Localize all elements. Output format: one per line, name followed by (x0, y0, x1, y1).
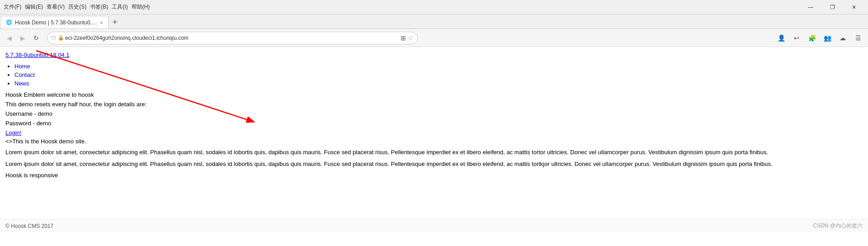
undo-button[interactable]: ↩ (790, 32, 803, 44)
nav-item-contact: Contact (14, 71, 863, 78)
welcome-text: Hoosk Emblem welcome to hoosk (5, 91, 863, 98)
version-link[interactable]: 5.7.38-0ubuntu0.18.04.1 (5, 52, 70, 58)
menu-bookmarks[interactable]: 书签(B) (90, 3, 108, 11)
tab-title: Hoosk Demo | 5.7.38-0ubuntu0.… (15, 19, 97, 26)
minimize-button[interactable]: — (800, 0, 821, 14)
restore-button[interactable]: ❐ (822, 0, 843, 14)
window-controls: — ❐ ✕ (800, 0, 864, 14)
demo-reset-text: This demo resets every half hour, the lo… (5, 101, 863, 108)
page-content: 5.7.38-0ubuntu0.18.04.1 Home Contact New… (0, 47, 868, 219)
lorem-paragraph-1: Lorem ipsum dolor sit amet, consectetur … (5, 148, 863, 156)
demo-note: <>This is the Hoosk demo site. (5, 138, 863, 145)
title-bar: 文件(F) 编辑(E) 查看(V) 历史(S) 书签(B) 工具(I) 帮助(H… (0, 0, 868, 14)
copyright-text: © Hoosk CMS 2017 (5, 223, 53, 229)
new-tab-button[interactable]: + (108, 16, 121, 28)
nav-item-home: Home (14, 63, 863, 70)
active-tab[interactable]: 🌐 Hoosk Demo | 5.7.38-0ubuntu0.… × (0, 16, 108, 28)
menu-help[interactable]: 帮助(H) (132, 3, 150, 11)
sync-button[interactable]: ☁ (836, 32, 849, 44)
forward-button[interactable]: ▶ (17, 33, 28, 43)
lorem-paragraph-2: Lorem ipsum dolor sit amet, consectetur … (5, 160, 863, 168)
address-bar[interactable]: 🛡 🔒 eci-2zeef0o264guh2onoinq.cloudeci1.i… (47, 32, 418, 44)
menu-file[interactable]: 文件(F) (4, 3, 21, 11)
csdn-watermark: CSDN @内心的老六 (813, 222, 863, 230)
nav-list: Home Contact News (14, 63, 863, 87)
password-text: Password - demo (5, 120, 863, 127)
extensions-button[interactable]: 🧩 (806, 32, 818, 44)
bookmark-button[interactable]: ☆ (408, 34, 414, 42)
nav-link-news[interactable]: News (14, 80, 29, 87)
back-button[interactable]: ◀ (4, 33, 14, 43)
qr-code-button[interactable]: ⊞ (401, 34, 406, 42)
tab-bar: 🌐 Hoosk Demo | 5.7.38-0ubuntu0.… × + (0, 14, 868, 29)
menu-view[interactable]: 查看(V) (47, 3, 65, 11)
responsive-text: Hoosk is responsive (5, 172, 863, 179)
close-button[interactable]: ✕ (844, 0, 864, 14)
menu-edit[interactable]: 编辑(E) (25, 3, 43, 11)
lock-icon: 🔒 (58, 35, 64, 41)
nav-link-home[interactable]: Home (14, 63, 30, 70)
username-text: Username - demo (5, 110, 863, 117)
navigation-toolbar: ◀ ▶ ↻ 🛡 🔒 eci-2zeef0o264guh2onoinq.cloud… (0, 29, 868, 47)
tab-close-button[interactable]: × (100, 20, 103, 25)
toolbar-right: 👤 ↩ 🧩 👥 ☁ ☰ (775, 32, 864, 44)
nav-link-contact[interactable]: Contact (14, 71, 35, 78)
user-icon-button[interactable]: 👥 (821, 32, 834, 44)
menu-history[interactable]: 历史(S) (68, 3, 86, 11)
reload-button[interactable]: ↻ (31, 33, 42, 43)
menu-tools[interactable]: 工具(I) (112, 3, 127, 11)
footer-bar: © Hoosk CMS 2017 CSDN @内心的老六 (0, 219, 868, 232)
security-icon: 🛡 (51, 35, 56, 41)
menu-button[interactable]: ☰ (852, 32, 864, 44)
tab-favicon: 🌐 (6, 19, 12, 25)
login-link[interactable]: Login! (5, 129, 863, 136)
browser-window: 文件(F) 编辑(E) 查看(V) 历史(S) 书签(B) 工具(I) 帮助(H… (0, 0, 868, 232)
url-text: eci-2zeef0o264guh2onoinq.cloudeci1.ichun… (65, 35, 401, 41)
profile-button[interactable]: 👤 (775, 32, 788, 44)
nav-item-news: News (14, 80, 863, 87)
